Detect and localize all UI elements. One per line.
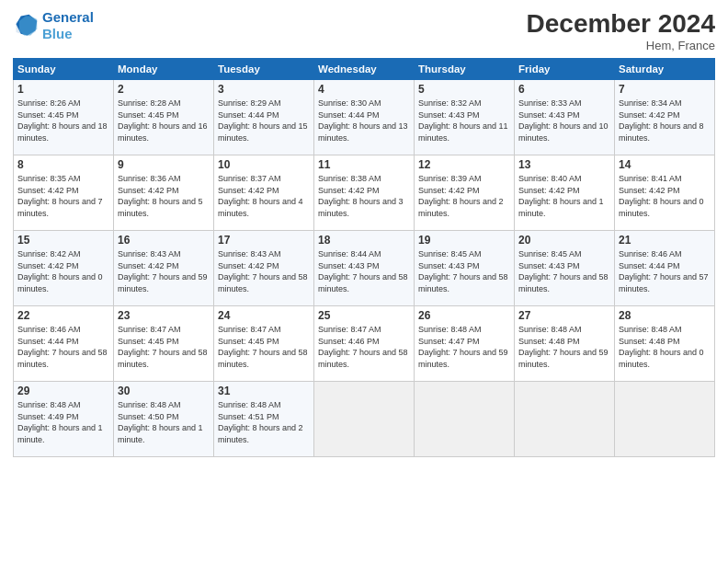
calendar-row: 1Sunrise: 8:26 AM Sunset: 4:45 PM Daylig… (14, 80, 715, 155)
day-number: 13 (518, 158, 610, 171)
table-row: 4Sunrise: 8:30 AM Sunset: 4:44 PM Daylig… (314, 80, 415, 155)
table-row: 16Sunrise: 8:43 AM Sunset: 4:42 PM Dayli… (114, 231, 214, 306)
title-block: December 2024 Hem, France (527, 9, 715, 52)
table-row: 18Sunrise: 8:44 AM Sunset: 4:43 PM Dayli… (314, 231, 415, 306)
day-info: Sunrise: 8:46 AM Sunset: 4:44 PM Dayligh… (17, 324, 109, 370)
day-info: Sunrise: 8:47 AM Sunset: 4:46 PM Dayligh… (318, 324, 410, 370)
day-info: Sunrise: 8:43 AM Sunset: 4:42 PM Dayligh… (118, 248, 210, 294)
day-number: 28 (619, 309, 711, 322)
header-row: Sunday Monday Tuesday Wednesday Thursday… (14, 59, 715, 80)
day-number: 3 (218, 83, 310, 96)
table-row: 6Sunrise: 8:33 AM Sunset: 4:43 PM Daylig… (515, 80, 615, 155)
day-info: Sunrise: 8:48 AM Sunset: 4:49 PM Dayligh… (17, 399, 109, 445)
table-row: 20Sunrise: 8:45 AM Sunset: 4:43 PM Dayli… (515, 231, 615, 306)
day-number: 9 (118, 158, 210, 171)
day-info: Sunrise: 8:36 AM Sunset: 4:42 PM Dayligh… (118, 173, 210, 219)
day-number: 5 (418, 83, 510, 96)
day-info: Sunrise: 8:47 AM Sunset: 4:45 PM Dayligh… (118, 324, 210, 370)
location: Hem, France (527, 39, 715, 52)
day-info: Sunrise: 8:40 AM Sunset: 4:42 PM Dayligh… (518, 173, 610, 219)
day-info: Sunrise: 8:39 AM Sunset: 4:42 PM Dayligh… (418, 173, 510, 219)
day-number: 24 (218, 309, 310, 322)
table-row (415, 382, 515, 457)
col-monday: Monday (114, 59, 214, 80)
table-row: 9Sunrise: 8:36 AM Sunset: 4:42 PM Daylig… (114, 155, 214, 231)
calendar-row: 29Sunrise: 8:48 AM Sunset: 4:49 PM Dayli… (14, 382, 715, 457)
logo-text: General Blue (42, 9, 94, 42)
day-info: Sunrise: 8:44 AM Sunset: 4:43 PM Dayligh… (318, 248, 410, 294)
col-saturday: Saturday (615, 59, 715, 80)
day-info: Sunrise: 8:37 AM Sunset: 4:42 PM Dayligh… (218, 173, 310, 219)
page: General Blue December 2024 Hem, France S… (0, 0, 728, 563)
table-row: 21Sunrise: 8:46 AM Sunset: 4:44 PM Dayli… (615, 231, 715, 306)
day-number: 20 (518, 234, 610, 247)
table-row (615, 382, 715, 457)
table-row: 19Sunrise: 8:45 AM Sunset: 4:43 PM Dayli… (415, 231, 515, 306)
day-info: Sunrise: 8:48 AM Sunset: 4:48 PM Dayligh… (619, 324, 711, 370)
day-info: Sunrise: 8:41 AM Sunset: 4:42 PM Dayligh… (619, 173, 711, 219)
col-thursday: Thursday (415, 59, 515, 80)
table-row: 25Sunrise: 8:47 AM Sunset: 4:46 PM Dayli… (314, 306, 415, 382)
day-info: Sunrise: 8:38 AM Sunset: 4:42 PM Dayligh… (318, 173, 410, 219)
day-number: 4 (318, 83, 410, 96)
day-number: 18 (318, 234, 410, 247)
table-row: 29Sunrise: 8:48 AM Sunset: 4:49 PM Dayli… (14, 382, 114, 457)
calendar-row: 15Sunrise: 8:42 AM Sunset: 4:42 PM Dayli… (14, 231, 715, 306)
day-info: Sunrise: 8:42 AM Sunset: 4:42 PM Dayligh… (17, 248, 109, 294)
day-number: 27 (518, 309, 610, 322)
calendar-row: 22Sunrise: 8:46 AM Sunset: 4:44 PM Dayli… (14, 306, 715, 382)
day-number: 12 (418, 158, 510, 171)
table-row: 26Sunrise: 8:48 AM Sunset: 4:47 PM Dayli… (415, 306, 515, 382)
day-info: Sunrise: 8:45 AM Sunset: 4:43 PM Dayligh… (418, 248, 510, 294)
table-row: 12Sunrise: 8:39 AM Sunset: 4:42 PM Dayli… (415, 155, 515, 231)
day-info: Sunrise: 8:48 AM Sunset: 4:50 PM Dayligh… (118, 399, 210, 445)
table-row: 24Sunrise: 8:47 AM Sunset: 4:45 PM Dayli… (214, 306, 314, 382)
day-number: 21 (619, 234, 711, 247)
table-row: 11Sunrise: 8:38 AM Sunset: 4:42 PM Dayli… (314, 155, 415, 231)
day-info: Sunrise: 8:47 AM Sunset: 4:45 PM Dayligh… (218, 324, 310, 370)
day-number: 19 (418, 234, 510, 247)
day-number: 23 (118, 309, 210, 322)
table-row: 27Sunrise: 8:48 AM Sunset: 4:48 PM Dayli… (515, 306, 615, 382)
table-row: 23Sunrise: 8:47 AM Sunset: 4:45 PM Dayli… (114, 306, 214, 382)
table-row (314, 382, 415, 457)
day-number: 30 (118, 385, 210, 397)
day-number: 31 (218, 385, 310, 397)
day-info: Sunrise: 8:28 AM Sunset: 4:45 PM Dayligh… (118, 98, 210, 144)
col-sunday: Sunday (14, 59, 114, 80)
day-info: Sunrise: 8:48 AM Sunset: 4:51 PM Dayligh… (218, 399, 310, 445)
table-row: 28Sunrise: 8:48 AM Sunset: 4:48 PM Dayli… (615, 306, 715, 382)
day-info: Sunrise: 8:26 AM Sunset: 4:45 PM Dayligh… (17, 98, 109, 144)
calendar-row: 8Sunrise: 8:35 AM Sunset: 4:42 PM Daylig… (14, 155, 715, 231)
month-title: December 2024 (527, 9, 715, 39)
day-number: 26 (418, 309, 510, 322)
table-row: 1Sunrise: 8:26 AM Sunset: 4:45 PM Daylig… (14, 80, 114, 155)
day-number: 16 (118, 234, 210, 247)
day-info: Sunrise: 8:43 AM Sunset: 4:42 PM Dayligh… (218, 248, 310, 294)
day-info: Sunrise: 8:33 AM Sunset: 4:43 PM Dayligh… (518, 98, 610, 144)
day-info: Sunrise: 8:46 AM Sunset: 4:44 PM Dayligh… (619, 248, 711, 294)
header: General Blue December 2024 Hem, France (13, 9, 715, 52)
day-number: 8 (17, 158, 109, 171)
day-number: 29 (17, 385, 109, 397)
calendar-table: Sunday Monday Tuesday Wednesday Thursday… (13, 58, 715, 457)
table-row: 10Sunrise: 8:37 AM Sunset: 4:42 PM Dayli… (214, 155, 314, 231)
day-number: 10 (218, 158, 310, 171)
day-number: 6 (518, 83, 610, 96)
table-row: 30Sunrise: 8:48 AM Sunset: 4:50 PM Dayli… (114, 382, 214, 457)
table-row (515, 382, 615, 457)
table-row: 31Sunrise: 8:48 AM Sunset: 4:51 PM Dayli… (214, 382, 314, 457)
table-row: 7Sunrise: 8:34 AM Sunset: 4:42 PM Daylig… (615, 80, 715, 155)
table-row: 3Sunrise: 8:29 AM Sunset: 4:44 PM Daylig… (214, 80, 314, 155)
table-row: 5Sunrise: 8:32 AM Sunset: 4:43 PM Daylig… (415, 80, 515, 155)
table-row: 15Sunrise: 8:42 AM Sunset: 4:42 PM Dayli… (14, 231, 114, 306)
day-number: 2 (118, 83, 210, 96)
table-row: 2Sunrise: 8:28 AM Sunset: 4:45 PM Daylig… (114, 80, 214, 155)
logo-icon (13, 13, 39, 39)
day-number: 7 (619, 83, 711, 96)
table-row: 8Sunrise: 8:35 AM Sunset: 4:42 PM Daylig… (14, 155, 114, 231)
day-number: 25 (318, 309, 410, 322)
logo: General Blue (13, 9, 94, 42)
col-wednesday: Wednesday (314, 59, 415, 80)
day-info: Sunrise: 8:48 AM Sunset: 4:48 PM Dayligh… (518, 324, 610, 370)
